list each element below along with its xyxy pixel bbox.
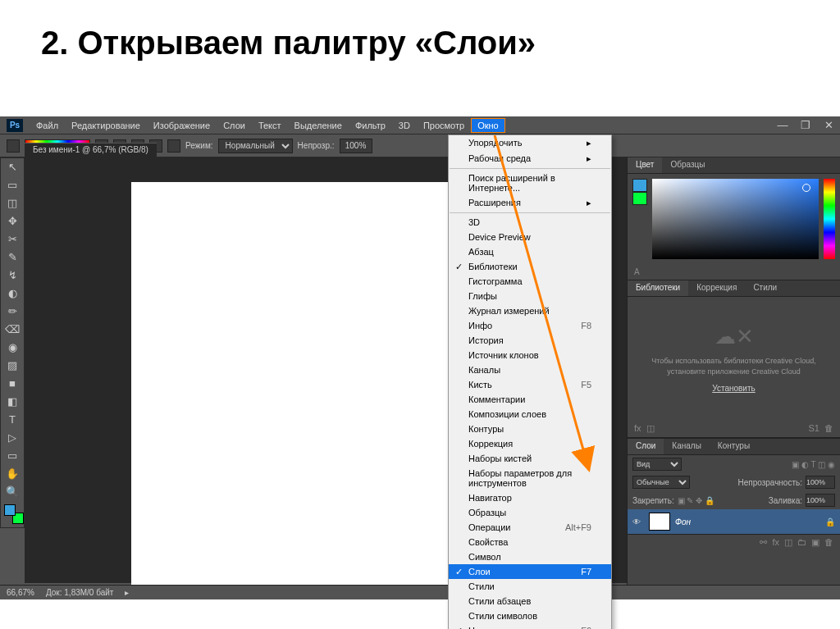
menu-item-упорядочить[interactable]: Упорядочить <box>449 135 611 151</box>
menu-item-образцы[interactable]: Образцы <box>449 505 611 520</box>
menu-item-инфо[interactable]: ИнфоF8 <box>449 318 611 333</box>
menu-item-стили[interactable]: Стили <box>449 579 611 594</box>
tool-brush[interactable]: ◐ <box>1 285 24 303</box>
menu-view[interactable]: Просмотр <box>417 118 471 133</box>
new-layer-icon[interactable]: ▣ <box>811 537 819 548</box>
layer-opacity-input[interactable] <box>806 476 835 489</box>
tool-eyedropper[interactable]: ✎ <box>1 248 24 267</box>
menu-window[interactable]: Окно <box>471 118 505 133</box>
menu-item-поиск-расширений-в-интернете-[interactable]: Поиск расширений в Интернете... <box>449 171 611 195</box>
s1-icon[interactable]: S1 <box>809 423 819 434</box>
tab-color[interactable]: Цвет <box>628 157 662 173</box>
menu-item-наборы-параметров-для-инструментов[interactable]: Наборы параметров для инструментов <box>449 466 611 490</box>
menu-item-история[interactable]: История <box>449 333 611 348</box>
menu-3d[interactable]: 3D <box>392 118 417 133</box>
maximize-icon[interactable]: ❐ <box>794 116 817 134</box>
color-swatches[interactable] <box>1 501 24 527</box>
menu-item-абзац[interactable]: Абзац <box>449 244 611 259</box>
tab-styles[interactable]: Стили <box>745 280 785 296</box>
menu-item-рабочая-среда[interactable]: Рабочая среда <box>449 151 611 166</box>
fx-icon[interactable]: fx <box>634 423 641 434</box>
menu-type[interactable]: Текст <box>252 118 288 133</box>
tab-channels[interactable]: Каналы <box>664 439 710 454</box>
layer-thumbnail[interactable] <box>649 513 670 531</box>
tab-adjustments[interactable]: Коррекция <box>688 280 745 296</box>
menu-layers[interactable]: Слои <box>217 118 252 133</box>
menu-item-3d[interactable]: 3D <box>449 215 611 230</box>
tool-lasso[interactable]: ◫ <box>1 194 24 212</box>
menu-item-гистограмма[interactable]: Гистограмма <box>449 274 611 289</box>
tab-libraries[interactable]: Библиотеки <box>628 280 688 296</box>
menu-item-глифы[interactable]: Глифы <box>449 289 611 303</box>
color-field[interactable] <box>652 179 819 259</box>
menu-item-стили-символов[interactable]: Стили символов <box>449 608 611 623</box>
tab-swatches[interactable]: Образцы <box>662 157 713 173</box>
tool-hand[interactable]: ✋ <box>1 465 24 483</box>
blend-mode-select[interactable]: Нормальный <box>218 139 293 153</box>
document-tab[interactable]: Без имени-1 @ 66,7% (RGB/8) <box>25 143 157 157</box>
tool-crop[interactable]: ✂ <box>1 230 24 248</box>
menu-item-контуры[interactable]: Контуры <box>449 422 611 436</box>
tool-blur[interactable]: ▨ <box>1 357 24 375</box>
tool-dodge[interactable]: ■ <box>1 375 24 393</box>
close-icon[interactable]: ✕ <box>817 116 840 134</box>
tool-pen[interactable]: ◧ <box>1 393 24 411</box>
tab-paths[interactable]: Контуры <box>710 439 758 454</box>
tool-stamp[interactable]: ✏ <box>1 303 24 321</box>
hue-slider[interactable] <box>824 179 835 259</box>
lock-icons[interactable]: ▣ ✎ ✥ 🔒 <box>678 496 714 505</box>
status-arrow-icon[interactable]: ▸ <box>125 588 129 597</box>
fill-input[interactable] <box>806 494 835 507</box>
layer-blend-select[interactable]: Обычные <box>632 476 690 489</box>
grad-diamond-icon[interactable] <box>167 139 180 153</box>
opacity-input[interactable] <box>340 139 372 153</box>
window-menu-dropdown[interactable]: УпорядочитьРабочая средаПоиск расширений… <box>448 134 612 629</box>
menu-item-слои[interactable]: СлоиF7 <box>449 564 611 579</box>
menu-item-библиотеки[interactable]: Библиотеки <box>449 259 611 274</box>
tool-type[interactable]: T <box>1 411 24 429</box>
fg-bg-mini[interactable] <box>632 179 647 207</box>
layer-fx-icon[interactable]: fx <box>772 537 779 548</box>
zoom-level[interactable]: 66,67% <box>7 588 34 597</box>
minimize-icon[interactable]: — <box>771 116 794 134</box>
tool-preset-icon[interactable] <box>7 139 20 153</box>
layer-kind-select[interactable]: Вид <box>632 458 682 471</box>
menu-item-наборы-кистей[interactable]: Наборы кистей <box>449 451 611 466</box>
install-link[interactable]: Установить <box>712 384 756 393</box>
menu-item-журнал-измерений[interactable]: Журнал измерений <box>449 303 611 318</box>
menu-filter[interactable]: Фильтр <box>349 118 392 133</box>
tool-wand[interactable]: ✥ <box>1 212 24 230</box>
trash-icon[interactable]: 🗑 <box>824 423 833 434</box>
tool-eraser[interactable]: ⌫ <box>1 321 24 339</box>
menu-item-комментарии[interactable]: Комментарии <box>449 392 611 407</box>
menu-image[interactable]: Изображение <box>147 118 217 133</box>
tool-zoom[interactable]: 🔍 <box>1 483 24 501</box>
color-picker[interactable] <box>628 174 840 264</box>
new-group-icon[interactable]: 🗀 <box>797 537 806 548</box>
menu-item-композиции-слоев[interactable]: Композиции слоев <box>449 407 611 422</box>
canvas[interactable] <box>131 182 451 592</box>
tool-move[interactable]: ↖ <box>1 158 24 176</box>
menu-file[interactable]: Файл <box>30 118 65 133</box>
filter-icons[interactable]: ▣ ◐ T ◫ ◉ <box>792 460 835 469</box>
menu-item-символ[interactable]: Символ <box>449 549 611 564</box>
menu-select[interactable]: Выделение <box>288 118 349 133</box>
layer-row-background[interactable]: 👁 Фон 🔒 <box>628 509 840 534</box>
delete-layer-icon[interactable]: 🗑 <box>824 537 833 548</box>
tool-shape[interactable]: ▭ <box>1 447 24 465</box>
tab-layers[interactable]: Слои <box>628 439 664 454</box>
link-layers-icon[interactable]: ⚯ <box>760 537 767 548</box>
visibility-icon[interactable]: 👁 <box>632 517 644 526</box>
menu-item-каналы[interactable]: Каналы <box>449 362 611 377</box>
menu-item-источник-клонов[interactable]: Источник клонов <box>449 348 611 362</box>
layer-mask-icon[interactable]: ◫ <box>784 537 792 548</box>
menu-item-расширения[interactable]: Расширения <box>449 195 611 211</box>
menu-item-стили-абзацев[interactable]: Стили абзацев <box>449 594 611 608</box>
menu-item-цвет[interactable]: ЦветF6 <box>449 623 611 629</box>
tool-heal[interactable]: ↯ <box>1 267 24 285</box>
menu-item-кисть[interactable]: КистьF5 <box>449 377 611 392</box>
menu-item-коррекция[interactable]: Коррекция <box>449 436 611 451</box>
menu-item-device-preview[interactable]: Device Preview <box>449 230 611 244</box>
menu-item-свойства[interactable]: Свойства <box>449 535 611 549</box>
menu-item-навигатор[interactable]: Навигатор <box>449 490 611 505</box>
